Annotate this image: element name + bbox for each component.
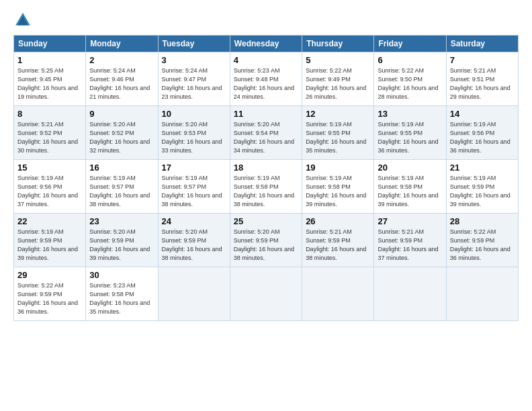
day-number: 20 <box>378 163 442 173</box>
day-detail: Sunrise: 5:19 AMSunset: 9:55 PMDaylight:… <box>378 120 442 155</box>
day-detail: Sunrise: 5:23 AMSunset: 9:48 PMDaylight:… <box>234 66 298 101</box>
calendar-day-cell: 23Sunrise: 5:20 AMSunset: 9:59 PMDayligh… <box>86 214 158 267</box>
logo-icon <box>13 11 32 30</box>
day-number: 27 <box>378 216 442 226</box>
day-number: 16 <box>89 163 154 173</box>
day-detail: Sunrise: 5:24 AMSunset: 9:46 PMDaylight:… <box>89 66 154 101</box>
day-number: 23 <box>89 216 154 226</box>
calendar-day-cell: 10Sunrise: 5:20 AMSunset: 9:53 PMDayligh… <box>158 106 230 160</box>
calendar-day-cell: 12Sunrise: 5:19 AMSunset: 9:55 PMDayligh… <box>302 106 374 160</box>
calendar-day-cell: 15Sunrise: 5:19 AMSunset: 9:56 PMDayligh… <box>14 160 86 214</box>
day-number: 19 <box>306 163 370 173</box>
calendar-week-row: 22Sunrise: 5:19 AMSunset: 9:59 PMDayligh… <box>14 214 519 267</box>
day-detail: Sunrise: 5:19 AMSunset: 9:55 PMDaylight:… <box>306 120 370 155</box>
weekday-header: Friday <box>374 36 446 52</box>
day-detail: Sunrise: 5:21 AMSunset: 9:52 PMDaylight:… <box>17 120 82 155</box>
calendar-week-row: 8Sunrise: 5:21 AMSunset: 9:52 PMDaylight… <box>14 106 519 160</box>
day-number: 4 <box>234 55 298 65</box>
day-detail: Sunrise: 5:22 AMSunset: 9:50 PMDaylight:… <box>378 66 442 101</box>
day-number: 17 <box>162 163 226 173</box>
calendar-day-cell: 19Sunrise: 5:19 AMSunset: 9:58 PMDayligh… <box>302 160 374 214</box>
day-detail: Sunrise: 5:19 AMSunset: 9:58 PMDaylight:… <box>306 174 370 209</box>
day-number: 18 <box>234 163 298 173</box>
calendar-day-cell: 14Sunrise: 5:19 AMSunset: 9:56 PMDayligh… <box>446 106 518 160</box>
day-detail: Sunrise: 5:19 AMSunset: 9:58 PMDaylight:… <box>234 174 298 209</box>
calendar-day-cell: 5Sunrise: 5:22 AMSunset: 9:49 PMDaylight… <box>302 52 374 106</box>
day-number: 29 <box>17 270 82 280</box>
day-detail: Sunrise: 5:25 AMSunset: 9:45 PMDaylight:… <box>17 66 82 101</box>
calendar-day-cell <box>374 267 446 321</box>
calendar-day-cell <box>446 267 518 321</box>
day-number: 22 <box>17 216 82 226</box>
day-detail: Sunrise: 5:20 AMSunset: 9:59 PMDaylight:… <box>234 228 298 263</box>
day-detail: Sunrise: 5:19 AMSunset: 9:57 PMDaylight:… <box>89 174 154 209</box>
day-number: 14 <box>450 109 515 119</box>
day-detail: Sunrise: 5:20 AMSunset: 9:59 PMDaylight:… <box>162 228 226 263</box>
day-detail: Sunrise: 5:21 AMSunset: 9:59 PMDaylight:… <box>306 228 370 263</box>
day-detail: Sunrise: 5:20 AMSunset: 9:53 PMDaylight:… <box>162 120 226 155</box>
calendar-day-cell: 24Sunrise: 5:20 AMSunset: 9:59 PMDayligh… <box>158 214 230 267</box>
day-detail: Sunrise: 5:22 AMSunset: 9:59 PMDaylight:… <box>17 281 82 316</box>
calendar-week-row: 1Sunrise: 5:25 AMSunset: 9:45 PMDaylight… <box>14 52 519 106</box>
day-detail: Sunrise: 5:19 AMSunset: 9:59 PMDaylight:… <box>17 228 82 263</box>
calendar-day-cell: 28Sunrise: 5:22 AMSunset: 9:59 PMDayligh… <box>446 214 518 267</box>
calendar: SundayMondayTuesdayWednesdayThursdayFrid… <box>13 35 519 321</box>
calendar-day-cell: 17Sunrise: 5:19 AMSunset: 9:57 PMDayligh… <box>158 160 230 214</box>
day-number: 7 <box>450 55 515 65</box>
day-number: 13 <box>378 109 442 119</box>
day-number: 11 <box>234 109 298 119</box>
logo <box>13 11 35 30</box>
day-detail: Sunrise: 5:22 AMSunset: 9:59 PMDaylight:… <box>450 228 515 263</box>
calendar-day-cell <box>158 267 230 321</box>
calendar-day-cell: 30Sunrise: 5:23 AMSunset: 9:58 PMDayligh… <box>86 267 158 321</box>
day-number: 3 <box>162 55 226 65</box>
calendar-day-cell: 9Sunrise: 5:20 AMSunset: 9:52 PMDaylight… <box>86 106 158 160</box>
day-number: 24 <box>162 216 226 226</box>
day-detail: Sunrise: 5:19 AMSunset: 9:58 PMDaylight:… <box>378 174 442 209</box>
weekday-header: Thursday <box>302 36 374 52</box>
calendar-day-cell: 16Sunrise: 5:19 AMSunset: 9:57 PMDayligh… <box>86 160 158 214</box>
day-number: 30 <box>89 270 154 280</box>
day-number: 2 <box>89 55 154 65</box>
day-number: 26 <box>306 216 370 226</box>
page: SundayMondayTuesdayWednesdayThursdayFrid… <box>0 0 532 411</box>
day-detail: Sunrise: 5:19 AMSunset: 9:56 PMDaylight:… <box>17 174 82 209</box>
day-number: 1 <box>17 55 82 65</box>
day-number: 5 <box>306 55 370 65</box>
calendar-day-cell: 20Sunrise: 5:19 AMSunset: 9:58 PMDayligh… <box>374 160 446 214</box>
calendar-day-cell: 13Sunrise: 5:19 AMSunset: 9:55 PMDayligh… <box>374 106 446 160</box>
calendar-day-cell: 27Sunrise: 5:21 AMSunset: 9:59 PMDayligh… <box>374 214 446 267</box>
day-detail: Sunrise: 5:19 AMSunset: 9:56 PMDaylight:… <box>450 120 515 155</box>
day-detail: Sunrise: 5:23 AMSunset: 9:58 PMDaylight:… <box>89 281 154 316</box>
calendar-header-row: SundayMondayTuesdayWednesdayThursdayFrid… <box>14 36 519 52</box>
day-number: 6 <box>378 55 442 65</box>
weekday-header: Sunday <box>14 36 86 52</box>
calendar-week-row: 15Sunrise: 5:19 AMSunset: 9:56 PMDayligh… <box>14 160 519 214</box>
calendar-day-cell <box>230 267 302 321</box>
calendar-day-cell: 8Sunrise: 5:21 AMSunset: 9:52 PMDaylight… <box>14 106 86 160</box>
weekday-header: Saturday <box>446 36 518 52</box>
day-detail: Sunrise: 5:20 AMSunset: 9:52 PMDaylight:… <box>89 120 154 155</box>
day-detail: Sunrise: 5:19 AMSunset: 9:57 PMDaylight:… <box>162 174 226 209</box>
day-number: 8 <box>17 109 82 119</box>
calendar-day-cell: 7Sunrise: 5:21 AMSunset: 9:51 PMDaylight… <box>446 52 518 106</box>
calendar-day-cell: 3Sunrise: 5:24 AMSunset: 9:47 PMDaylight… <box>158 52 230 106</box>
calendar-day-cell: 21Sunrise: 5:19 AMSunset: 9:59 PMDayligh… <box>446 160 518 214</box>
day-detail: Sunrise: 5:20 AMSunset: 9:59 PMDaylight:… <box>89 228 154 263</box>
day-detail: Sunrise: 5:24 AMSunset: 9:47 PMDaylight:… <box>162 66 226 101</box>
calendar-day-cell: 18Sunrise: 5:19 AMSunset: 9:58 PMDayligh… <box>230 160 302 214</box>
day-detail: Sunrise: 5:20 AMSunset: 9:54 PMDaylight:… <box>234 120 298 155</box>
day-number: 21 <box>450 163 515 173</box>
day-number: 10 <box>162 109 226 119</box>
calendar-day-cell: 11Sunrise: 5:20 AMSunset: 9:54 PMDayligh… <box>230 106 302 160</box>
calendar-day-cell: 4Sunrise: 5:23 AMSunset: 9:48 PMDaylight… <box>230 52 302 106</box>
day-number: 9 <box>89 109 154 119</box>
header <box>13 11 519 30</box>
day-number: 25 <box>234 216 298 226</box>
calendar-day-cell: 25Sunrise: 5:20 AMSunset: 9:59 PMDayligh… <box>230 214 302 267</box>
calendar-day-cell: 1Sunrise: 5:25 AMSunset: 9:45 PMDaylight… <box>14 52 86 106</box>
calendar-day-cell: 2Sunrise: 5:24 AMSunset: 9:46 PMDaylight… <box>86 52 158 106</box>
calendar-week-row: 29Sunrise: 5:22 AMSunset: 9:59 PMDayligh… <box>14 267 519 321</box>
day-detail: Sunrise: 5:22 AMSunset: 9:49 PMDaylight:… <box>306 66 370 101</box>
calendar-day-cell: 29Sunrise: 5:22 AMSunset: 9:59 PMDayligh… <box>14 267 86 321</box>
